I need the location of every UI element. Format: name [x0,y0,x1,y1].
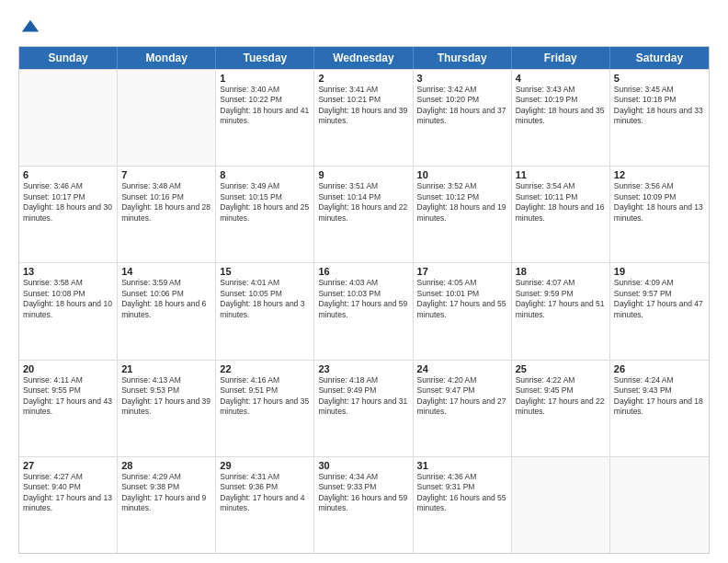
cell-info: Sunrise: 3:59 AM Sunset: 10:06 PM Daylig… [121,278,211,320]
cell-day-number: 14 [121,266,211,277]
calendar-cell [118,70,216,166]
calendar-cell: 8Sunrise: 3:49 AM Sunset: 10:15 PM Dayli… [216,167,314,262]
calendar-cell: 15Sunrise: 4:01 AM Sunset: 10:05 PM Dayl… [216,263,314,359]
calendar-cell: 10Sunrise: 3:52 AM Sunset: 10:12 PM Dayl… [414,167,512,262]
header-day-thursday: Thursday [414,47,512,69]
calendar-cell: 14Sunrise: 3:59 AM Sunset: 10:06 PM Dayl… [118,263,216,359]
calendar-body: 1Sunrise: 3:40 AM Sunset: 10:22 PM Dayli… [19,69,709,553]
calendar-cell: 22Sunrise: 4:16 AM Sunset: 9:51 PM Dayli… [216,361,314,456]
cell-day-number: 2 [318,73,408,84]
cell-day-number: 9 [318,169,408,180]
cell-info: Sunrise: 4:24 AM Sunset: 9:43 PM Dayligh… [614,375,705,418]
cell-day-number: 24 [417,363,507,374]
cell-day-number: 25 [516,363,606,374]
header-day-friday: Friday [512,47,610,69]
cell-info: Sunrise: 4:34 AM Sunset: 9:33 PM Dayligh… [318,472,408,514]
cell-day-number: 22 [220,363,310,374]
calendar-cell: 12Sunrise: 3:56 AM Sunset: 10:09 PM Dayl… [610,167,709,262]
cell-day-number: 19 [614,266,705,277]
cell-day-number: 27 [23,460,113,471]
calendar-cell: 23Sunrise: 4:18 AM Sunset: 9:49 PM Dayli… [314,361,413,456]
calendar-cell: 18Sunrise: 4:07 AM Sunset: 9:59 PM Dayli… [512,263,610,359]
calendar-header: SundayMondayTuesdayWednesdayThursdayFrid… [19,47,709,69]
calendar-row-2: 13Sunrise: 3:58 AM Sunset: 10:08 PM Dayl… [19,262,709,359]
calendar-cell: 2Sunrise: 3:41 AM Sunset: 10:21 PM Dayli… [314,70,413,166]
calendar-cell: 19Sunrise: 4:09 AM Sunset: 9:57 PM Dayli… [610,263,709,359]
cell-info: Sunrise: 4:36 AM Sunset: 9:31 PM Dayligh… [417,472,507,514]
calendar-row-4: 27Sunrise: 4:27 AM Sunset: 9:40 PM Dayli… [19,456,709,553]
cell-info: Sunrise: 4:05 AM Sunset: 10:01 PM Daylig… [417,278,507,320]
calendar-cell [610,457,709,553]
calendar-row-1: 6Sunrise: 3:46 AM Sunset: 10:17 PM Dayli… [19,166,709,262]
cell-info: Sunrise: 4:07 AM Sunset: 9:59 PM Dayligh… [516,278,606,320]
cell-day-number: 31 [417,460,507,471]
calendar-cell [512,457,610,553]
cell-info: Sunrise: 4:03 AM Sunset: 10:03 PM Daylig… [318,278,408,320]
logo [18,17,40,37]
cell-day-number: 17 [417,266,507,277]
cell-info: Sunrise: 4:31 AM Sunset: 9:36 PM Dayligh… [220,472,310,514]
cell-info: Sunrise: 3:42 AM Sunset: 10:20 PM Daylig… [417,85,507,127]
header-day-tuesday: Tuesday [216,47,314,69]
calendar-cell: 25Sunrise: 4:22 AM Sunset: 9:45 PM Dayli… [512,361,610,456]
cell-info: Sunrise: 4:22 AM Sunset: 9:45 PM Dayligh… [516,375,606,418]
cell-info: Sunrise: 4:16 AM Sunset: 9:51 PM Dayligh… [220,375,310,418]
cell-day-number: 28 [121,460,211,471]
cell-day-number: 23 [318,363,408,374]
cell-day-number: 5 [614,73,705,84]
cell-info: Sunrise: 4:29 AM Sunset: 9:38 PM Dayligh… [121,472,211,514]
calendar-cell [19,70,118,166]
cell-day-number: 6 [23,169,113,180]
svg-marker-0 [22,20,39,32]
cell-info: Sunrise: 3:41 AM Sunset: 10:21 PM Daylig… [318,85,408,127]
cell-info: Sunrise: 4:01 AM Sunset: 10:05 PM Daylig… [220,278,310,320]
calendar-cell: 30Sunrise: 4:34 AM Sunset: 9:33 PM Dayli… [314,457,413,553]
calendar-row-3: 20Sunrise: 4:11 AM Sunset: 9:55 PM Dayli… [19,360,709,456]
header-day-monday: Monday [118,47,216,69]
cell-day-number: 15 [220,266,310,277]
calendar-cell: 31Sunrise: 4:36 AM Sunset: 9:31 PM Dayli… [414,457,512,553]
cell-day-number: 26 [614,363,705,374]
calendar-cell: 7Sunrise: 3:48 AM Sunset: 10:16 PM Dayli… [118,167,216,262]
cell-day-number: 11 [516,169,606,180]
cell-day-number: 13 [23,266,113,277]
calendar: SundayMondayTuesdayWednesdayThursdayFrid… [18,46,710,554]
calendar-cell: 9Sunrise: 3:51 AM Sunset: 10:14 PM Dayli… [314,167,413,262]
cell-day-number: 4 [516,73,606,84]
calendar-cell: 21Sunrise: 4:13 AM Sunset: 9:53 PM Dayli… [118,361,216,456]
cell-info: Sunrise: 3:40 AM Sunset: 10:22 PM Daylig… [220,85,310,127]
cell-info: Sunrise: 4:09 AM Sunset: 9:57 PM Dayligh… [614,278,705,320]
calendar-cell: 20Sunrise: 4:11 AM Sunset: 9:55 PM Dayli… [19,361,118,456]
calendar-cell: 17Sunrise: 4:05 AM Sunset: 10:01 PM Dayl… [414,263,512,359]
cell-day-number: 29 [220,460,310,471]
cell-day-number: 30 [318,460,408,471]
calendar-cell: 4Sunrise: 3:43 AM Sunset: 10:19 PM Dayli… [512,70,610,166]
calendar-cell: 16Sunrise: 4:03 AM Sunset: 10:03 PM Dayl… [314,263,413,359]
cell-info: Sunrise: 4:20 AM Sunset: 9:47 PM Dayligh… [417,375,507,418]
header-day-sunday: Sunday [19,47,118,69]
cell-day-number: 10 [417,169,507,180]
header-day-wednesday: Wednesday [314,47,413,69]
cell-info: Sunrise: 3:45 AM Sunset: 10:18 PM Daylig… [614,85,705,127]
cell-day-number: 12 [614,169,705,180]
calendar-cell: 1Sunrise: 3:40 AM Sunset: 10:22 PM Dayli… [216,70,314,166]
calendar-cell: 24Sunrise: 4:20 AM Sunset: 9:47 PM Dayli… [414,361,512,456]
cell-day-number: 16 [318,266,408,277]
cell-info: Sunrise: 4:18 AM Sunset: 9:49 PM Dayligh… [318,375,408,418]
calendar-cell: 5Sunrise: 3:45 AM Sunset: 10:18 PM Dayli… [610,70,709,166]
calendar-cell: 13Sunrise: 3:58 AM Sunset: 10:08 PM Dayl… [19,263,118,359]
cell-info: Sunrise: 3:54 AM Sunset: 10:11 PM Daylig… [516,181,606,224]
cell-info: Sunrise: 3:49 AM Sunset: 10:15 PM Daylig… [220,181,310,224]
cell-info: Sunrise: 3:58 AM Sunset: 10:08 PM Daylig… [23,278,113,320]
cell-info: Sunrise: 3:48 AM Sunset: 10:16 PM Daylig… [121,181,211,224]
header [18,17,710,37]
page: SundayMondayTuesdayWednesdayThursdayFrid… [0,0,728,563]
calendar-row-0: 1Sunrise: 3:40 AM Sunset: 10:22 PM Dayli… [19,69,709,166]
cell-info: Sunrise: 4:13 AM Sunset: 9:53 PM Dayligh… [121,375,211,418]
cell-day-number: 8 [220,169,310,180]
calendar-cell: 28Sunrise: 4:29 AM Sunset: 9:38 PM Dayli… [118,457,216,553]
cell-info: Sunrise: 3:46 AM Sunset: 10:17 PM Daylig… [23,181,113,224]
cell-day-number: 7 [121,169,211,180]
cell-info: Sunrise: 4:11 AM Sunset: 9:55 PM Dayligh… [23,375,113,418]
cell-info: Sunrise: 3:56 AM Sunset: 10:09 PM Daylig… [614,181,705,224]
